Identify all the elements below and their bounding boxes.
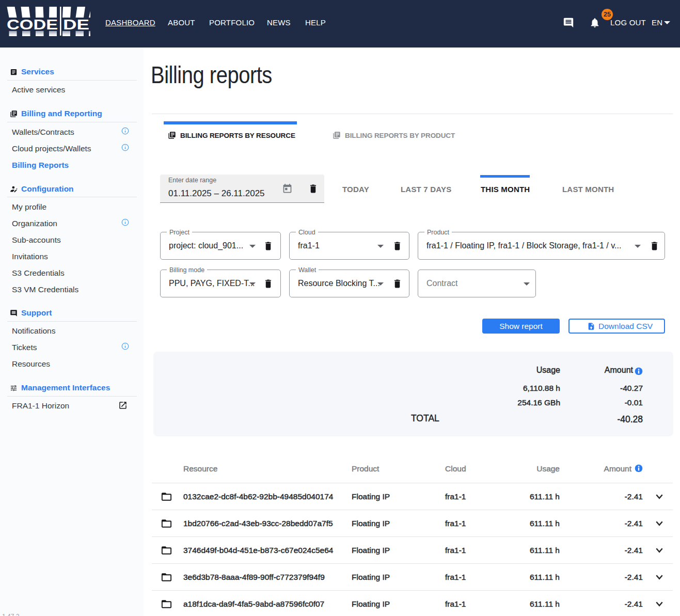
svg-text:DE: DE xyxy=(63,16,89,33)
svg-text:CODE: CODE xyxy=(7,16,58,33)
